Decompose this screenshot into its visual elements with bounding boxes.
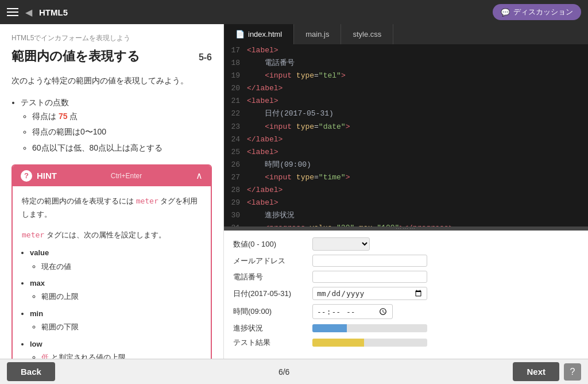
line-number: 28 bbox=[224, 184, 247, 197]
sub-list: 得点は 75 点 得点の範囲は0〜100 60点以下は低、80点以上は高とする bbox=[21, 110, 212, 155]
line-content: <progress value="30" max="100"></progres… bbox=[247, 222, 588, 226]
preview-row-email: メールアドレス bbox=[233, 255, 579, 267]
line-number: 17 bbox=[224, 44, 247, 57]
discussion-label: ディスカッション bbox=[513, 7, 573, 17]
hint-header-left: ? HINT bbox=[21, 170, 57, 182]
line-number: 19 bbox=[224, 70, 247, 82]
hint-sub-list: 範囲の上限 bbox=[30, 290, 202, 303]
preview-label-progress: 進捗状況 bbox=[233, 323, 308, 333]
code-line-27: 27 <input type="time"> bbox=[224, 171, 588, 184]
hint-sub-list: 現在の値 bbox=[30, 260, 202, 273]
next-button[interactable]: Next bbox=[513, 362, 559, 381]
list-item: テストの点数 得点は 75 点 得点の範囲は0〜100 60点以下は低、80点以… bbox=[21, 96, 212, 155]
hint-code-low: 低 bbox=[41, 353, 49, 359]
meter-fill-preview bbox=[312, 339, 364, 347]
preview-row-date: 日付(2017-05-31) bbox=[233, 287, 579, 300]
lesson-number: 5-6 bbox=[199, 52, 212, 63]
preview-label-numeric: 数値(0 - 100) bbox=[233, 239, 308, 249]
breadcrumb: HTML5でインカフォームを表現しよう bbox=[11, 33, 212, 43]
code-line-19: 19 <input type="tel"> bbox=[224, 70, 588, 82]
line-content: </label> bbox=[247, 184, 588, 197]
hint-intro: 特定の範囲内の値を表現するには meter タグを利用します。 bbox=[22, 194, 202, 221]
line-number: 20 bbox=[224, 82, 247, 95]
line-content: <input type="date"> bbox=[247, 121, 588, 133]
preview-area: 数値(0 - 100) メールアドレス 電話番号 日付(2017-05-31) … bbox=[224, 230, 588, 359]
hint-bullet-list: value 現在の値 max 範囲の上限 min bbox=[22, 246, 202, 359]
right-panel: 📄 index.html main.js style.css 17 <label… bbox=[224, 24, 588, 359]
code-line-28: 28 </label> bbox=[224, 184, 588, 197]
list-item: 得点は 75 点 bbox=[32, 110, 212, 124]
line-number: 22 bbox=[224, 107, 247, 120]
left-panel: HTML5でインカフォームを表現しよう 範囲内の値を表現する 5-6 次のような… bbox=[0, 24, 224, 359]
hint-body: 特定の範囲内の値を表現するには meter タグを利用します。 meter タグ… bbox=[13, 186, 211, 359]
hint-header[interactable]: ? HINT Ctrl+Enter ∧ bbox=[13, 166, 211, 186]
line-number: 18 bbox=[224, 57, 247, 70]
hint-box: ? HINT Ctrl+Enter ∧ 特定の範囲内の値を表現するには mete… bbox=[11, 164, 212, 359]
list-item: min 範囲の下限 bbox=[30, 307, 202, 334]
list-item: low 低 と判定される値の上限 bbox=[30, 337, 202, 359]
hint-intro2: meter タグには、次の属性を設定します。 bbox=[22, 228, 202, 241]
top-title: HTML5 bbox=[39, 7, 68, 17]
progress-fill-preview bbox=[312, 324, 347, 332]
tab-style-css[interactable]: style.css bbox=[341, 24, 393, 44]
discussion-button[interactable]: 💬 ディスカッション bbox=[493, 4, 581, 20]
line-content: <input type="tel"> bbox=[247, 70, 588, 82]
preview-row-tel: 電話番号 bbox=[233, 271, 579, 283]
line-number: 31 bbox=[224, 222, 247, 226]
help-button[interactable]: ? bbox=[564, 363, 581, 381]
back-arrow-icon[interactable]: ◀ bbox=[25, 7, 32, 18]
code-area[interactable]: 17 <label> 18 電話番号 19 <input type="tel">… bbox=[224, 44, 588, 226]
list-item: 低 と判定される値の上限 bbox=[41, 351, 202, 359]
tab-index-html[interactable]: 📄 index.html bbox=[224, 24, 294, 44]
time-input[interactable] bbox=[312, 304, 393, 319]
line-content: <label> bbox=[247, 197, 588, 209]
hint-sub-list: 範囲の下限 bbox=[30, 320, 202, 333]
list-item: 範囲の上限 bbox=[41, 290, 202, 303]
preview-label-time: 時間(09:00) bbox=[233, 306, 308, 317]
code-line-30: 30 進捗状況 bbox=[224, 209, 588, 222]
file-icon: 📄 bbox=[235, 30, 245, 39]
date-input[interactable] bbox=[312, 287, 427, 300]
progress-bar-preview bbox=[312, 324, 427, 332]
tel-input[interactable] bbox=[312, 271, 427, 283]
line-content: </label> bbox=[247, 82, 588, 95]
hint-q-icon: ? bbox=[21, 170, 32, 182]
tab-main-js[interactable]: main.js bbox=[294, 24, 341, 44]
hint-code-meter2: meter bbox=[22, 231, 44, 239]
code-line-17: 17 <label> bbox=[224, 44, 588, 57]
line-content: 電話番号 bbox=[247, 57, 588, 70]
tab-label: main.js bbox=[305, 30, 329, 39]
code-line-18: 18 電話番号 bbox=[224, 57, 588, 70]
nav-progress-label: 6/6 bbox=[55, 367, 513, 377]
list-item: 現在の値 bbox=[41, 260, 202, 273]
line-content: <label> bbox=[247, 44, 588, 57]
code-line-21: 21 <label> bbox=[224, 95, 588, 107]
highlight-value: 75 bbox=[59, 112, 68, 121]
tab-label: style.css bbox=[353, 30, 381, 39]
back-button[interactable]: Back bbox=[7, 362, 55, 381]
code-line-23: 23 <input type="date"> bbox=[224, 121, 588, 133]
preview-row-time: 時間(09:00) bbox=[233, 304, 579, 319]
line-number: 25 bbox=[224, 146, 247, 159]
main-layout: HTML5でインカフォームを表現しよう 範囲内の値を表現する 5-6 次のような… bbox=[0, 24, 588, 359]
hint-sub-list: 低 と判定される値の上限 bbox=[30, 351, 202, 359]
list-item: 範囲の下限 bbox=[41, 320, 202, 333]
hint-chevron-icon: ∧ bbox=[196, 170, 203, 181]
line-number: 27 bbox=[224, 171, 247, 184]
numeric-select[interactable] bbox=[312, 237, 370, 251]
hint-section: meter タグには、次の属性を設定します。 value 現在の値 max 範囲… bbox=[22, 228, 202, 359]
preview-row-numeric: 数値(0 - 100) bbox=[233, 237, 579, 251]
top-bar: ◀ HTML5 💬 ディスカッション bbox=[0, 0, 588, 24]
tab-label: index.html bbox=[248, 30, 282, 39]
preview-label-date: 日付(2017-05-31) bbox=[233, 289, 308, 299]
hamburger-menu[interactable] bbox=[7, 8, 18, 16]
line-number: 23 bbox=[224, 121, 247, 133]
list-item: 得点の範囲は0〜100 bbox=[32, 125, 212, 139]
discussion-icon: 💬 bbox=[501, 8, 510, 17]
preview-row-progress: 進捗状況 bbox=[233, 323, 579, 333]
lesson-description: 次のような特定の範囲内の値を表現してみよう。 bbox=[11, 74, 212, 88]
hint-label: HINT bbox=[37, 171, 57, 181]
line-content: 時間(09:00) bbox=[247, 159, 588, 171]
email-input[interactable] bbox=[312, 255, 427, 267]
line-content: <input type="time"> bbox=[247, 171, 588, 184]
